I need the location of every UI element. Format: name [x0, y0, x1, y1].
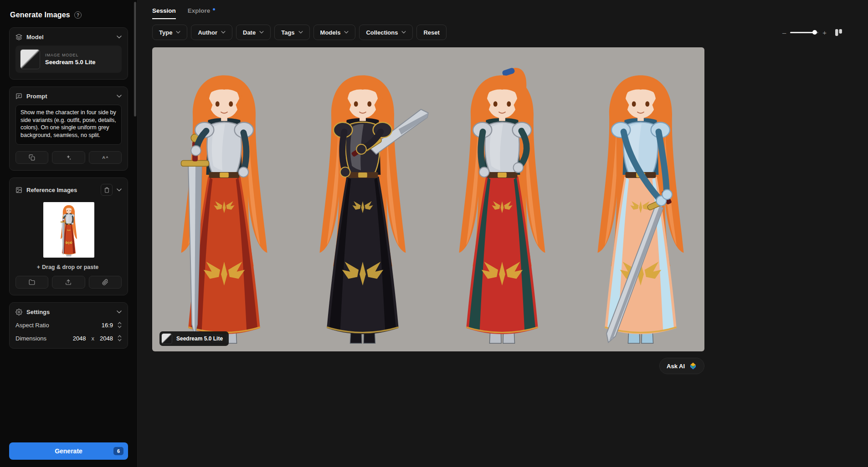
filter-bar: Type Author Date Tags Models Collections — [152, 25, 842, 40]
prompt-input[interactable]: Show me the character in four side by si… — [15, 105, 122, 145]
dimensions-width[interactable]: 2048 — [73, 335, 86, 342]
paperclip-icon — [102, 279, 108, 285]
delete-reference-button[interactable] — [101, 184, 113, 196]
chevron-down-icon — [344, 31, 349, 34]
sidebar-content: Model IMAGE MODEL Seedream 5.0 Lite — [9, 27, 128, 436]
generated-image[interactable]: Seedream 5.0 Lite — [152, 47, 704, 351]
tab-explore[interactable]: Explore — [188, 7, 216, 19]
chevron-down-icon — [298, 31, 303, 34]
generate-button-label: Generate — [55, 447, 82, 455]
folder-icon — [29, 279, 35, 285]
prompt-section-label: Prompt — [26, 93, 47, 100]
settings-section-header[interactable]: Settings — [15, 309, 122, 315]
reference-section: Reference Images +Drag & drop or p — [9, 178, 128, 295]
image-model-chip[interactable]: Seedream 5.0 Lite — [159, 331, 229, 346]
upload-button[interactable] — [52, 276, 85, 289]
generated-character-4 — [572, 59, 704, 350]
dimensions-row: Dimensions 2048 x 2048 — [15, 335, 122, 342]
gear-icon — [15, 309, 22, 315]
dimensions-label: Dimensions — [15, 335, 46, 342]
tab-bar: Session Explore — [152, 7, 842, 19]
text-style-icon: A — [102, 154, 109, 161]
filter-models-button[interactable]: Models — [313, 25, 356, 40]
filter-author-button[interactable]: Author — [191, 25, 232, 40]
settings-section-label: Settings — [26, 309, 50, 315]
app: Generate Images ? Model — [0, 0, 868, 467]
generated-character-1 — [156, 59, 293, 350]
chevron-down-icon[interactable] — [117, 188, 122, 192]
tab-session[interactable]: Session — [152, 7, 176, 19]
sparkles-icon — [65, 154, 72, 161]
reference-stage — [15, 200, 122, 258]
dimensions-stepper[interactable] — [118, 335, 122, 342]
reference-section-header[interactable]: Reference Images — [15, 184, 122, 196]
filter-tags-button[interactable]: Tags — [274, 25, 309, 40]
reset-filters-button[interactable]: Reset — [416, 25, 446, 40]
generated-character-3 — [434, 59, 570, 350]
ask-ai-label: Ask AI — [667, 363, 685, 370]
aspect-ratio-value[interactable]: 16:9 — [102, 322, 113, 329]
translate-prompt-button[interactable]: A — [89, 151, 122, 164]
sidebar: Generate Images ? Model — [0, 0, 138, 467]
page-title: Generate Images — [10, 11, 70, 19]
image-icon — [15, 187, 22, 193]
chevron-down-icon — [176, 31, 180, 34]
zoom-in-icon[interactable]: + — [822, 29, 827, 36]
sidebar-scrollbar[interactable] — [134, 2, 136, 117]
prompt-section: Prompt Show me the character in four sid… — [9, 86, 128, 171]
upload-icon — [65, 279, 72, 285]
zoom-out-icon[interactable]: – — [782, 29, 786, 36]
filter-collections-button[interactable]: Collections — [359, 25, 413, 40]
sidebar-header: Generate Images ? — [10, 11, 128, 19]
generate-button[interactable]: Generate 6 — [9, 442, 128, 460]
zoom-control: – + — [782, 29, 827, 36]
filter-date-button[interactable]: Date — [236, 25, 271, 40]
browse-files-button[interactable] — [15, 276, 48, 289]
copy-prompt-button[interactable] — [15, 151, 48, 164]
help-icon[interactable]: ? — [74, 11, 82, 19]
view-controls: – + — [782, 29, 842, 36]
chevron-down-icon — [401, 31, 406, 34]
ask-ai-logo-icon — [689, 362, 697, 370]
model-section: Model IMAGE MODEL Seedream 5.0 Lite — [9, 27, 128, 80]
chevron-down-icon — [221, 31, 226, 34]
model-name: Seedream 5.0 Lite — [45, 59, 96, 66]
reference-section-label: Reference Images — [26, 187, 77, 193]
chevron-down-icon[interactable] — [117, 36, 122, 39]
dimensions-separator: x — [92, 335, 95, 342]
below-canvas-row: Ask AI — [152, 358, 704, 374]
ask-ai-button[interactable]: Ask AI — [659, 358, 704, 374]
plus-icon: + — [37, 264, 40, 270]
model-type-label: IMAGE MODEL — [45, 53, 96, 57]
reference-image-thumbnail[interactable] — [43, 202, 94, 258]
prompt-section-header[interactable]: Prompt — [15, 93, 122, 100]
chevron-down-icon — [259, 31, 264, 34]
zoom-slider[interactable] — [790, 32, 818, 33]
layers-icon — [15, 34, 22, 41]
aspect-ratio-stepper[interactable] — [118, 321, 122, 329]
filter-type-button[interactable]: Type — [152, 25, 187, 40]
trash-icon — [104, 187, 110, 193]
chip-model-thumbnail — [161, 333, 172, 344]
settings-section: Settings Aspect Ratio 16:9 — [9, 302, 128, 349]
copy-icon — [29, 154, 35, 161]
layout-grid-icon[interactable] — [835, 29, 842, 36]
model-selector[interactable]: IMAGE MODEL Seedream 5.0 Lite — [15, 46, 122, 73]
generate-count-badge: 6 — [113, 447, 123, 455]
dimensions-height[interactable]: 2048 — [100, 335, 113, 342]
reference-toolbar — [15, 276, 122, 289]
main-area: Session Explore Type Author Date Tags — [138, 0, 868, 467]
chevron-down-icon[interactable] — [117, 310, 122, 314]
attach-button[interactable] — [89, 276, 122, 289]
chip-model-name: Seedream 5.0 Lite — [176, 335, 223, 342]
chevron-down-icon[interactable] — [117, 95, 122, 98]
generated-character-2 — [294, 59, 431, 350]
aspect-ratio-label: Aspect Ratio — [15, 322, 49, 329]
model-section-header[interactable]: Model — [15, 34, 122, 41]
dropzone[interactable]: +Drag & drop or paste — [15, 264, 122, 270]
prompt-toolbar: A — [15, 151, 122, 164]
dropzone-label: Drag & drop or paste — [42, 264, 98, 270]
enhance-prompt-button[interactable] — [52, 151, 85, 164]
zoom-slider-knob[interactable] — [812, 30, 817, 35]
prompt-icon — [15, 93, 22, 100]
